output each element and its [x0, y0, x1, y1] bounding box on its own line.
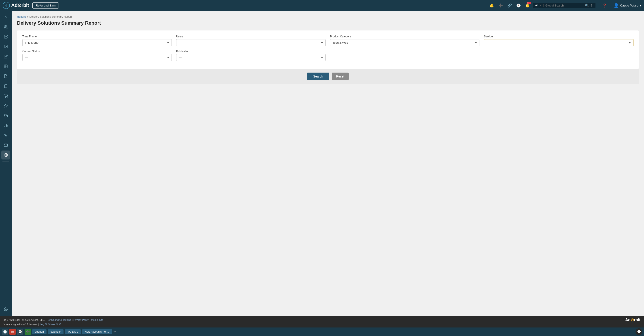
sidebar-item-email[interactable]: [1, 141, 10, 150]
footer-mobile-link[interactable]: Mobile Site: [91, 318, 103, 321]
footer-row-2: You are signed into 25 devices. | Log Al…: [4, 323, 640, 326]
sidebar-item-star[interactable]: [1, 101, 10, 110]
footer-privacy-link[interactable]: Privacy Policy: [73, 318, 88, 321]
global-search-input[interactable]: [546, 4, 584, 7]
svg-point-17: [5, 309, 6, 310]
publication-select[interactable]: —: [176, 54, 326, 61]
alerts-button[interactable]: 🔔 99+: [524, 2, 531, 9]
top-nav: ◎ Ad⊘rbit Refer and Earn 🔔 ➕ 🔗 🕐 🔔 99+ A…: [0, 0, 644, 11]
filter-row-2: Current Status — Publication —: [22, 50, 633, 61]
nav-divider: [598, 3, 598, 8]
sidebar-item-delivery[interactable]: [1, 121, 10, 130]
sidebar: ⌂ W: [0, 11, 12, 316]
svg-marker-12: [6, 125, 8, 126]
taskbar-tab-agenda[interactable]: agenda: [32, 329, 46, 334]
svg-point-14: [6, 126, 8, 127]
sidebar-item-clipboard[interactable]: [1, 82, 10, 90]
sidebar-item-word[interactable]: W: [1, 131, 10, 140]
taskbar-chat-bubble[interactable]: 💬: [636, 328, 642, 335]
publication-label: Publication: [176, 50, 326, 53]
taskbar: 🕐 ✉ 💬 ➕ agenda calendar TO-DO's New Acco…: [0, 327, 644, 336]
svg-point-0: [5, 25, 6, 27]
global-search-bar: All ▼ | 🔍 🎙: [533, 3, 596, 8]
taskbar-pencil-icon[interactable]: ✏: [114, 330, 116, 333]
user-avatar-icon: 👤: [614, 3, 619, 8]
sidebar-item-inbox[interactable]: [1, 111, 10, 120]
sidebar-item-contacts[interactable]: [1, 22, 10, 31]
sidebar-item-edit[interactable]: [1, 52, 10, 61]
nav-divider-2: [611, 3, 611, 8]
breadcrumb: Reports » Delivery Solutions Summary Rep…: [17, 15, 639, 18]
page-title: Delivery Solutions Summary Report: [17, 20, 639, 26]
publication-group: Publication —: [176, 50, 326, 61]
taskbar-chat-icon[interactable]: 💬: [17, 328, 23, 335]
search-scope-dropdown[interactable]: All: [535, 4, 538, 7]
empty-group-2: [484, 50, 633, 61]
taskbar-tab-new-accounts[interactable]: New Accounts Per ...: [82, 329, 112, 334]
users-label: Users: [176, 35, 326, 38]
alert-badge: 99+: [527, 2, 531, 4]
microphone-icon: 🎙: [590, 4, 593, 7]
footer-terms-link[interactable]: Terms and Conditions: [47, 318, 71, 321]
page-content: Reports » Delivery Solutions Summary Rep…: [12, 11, 644, 316]
notifications-bell-button[interactable]: 🔔: [488, 2, 495, 9]
filter-card: Time Frame This Month Users — Product Ca…: [17, 31, 639, 69]
search-icon: 🔍: [585, 4, 589, 7]
footer-qa-info: qa 67720 [1dd] | © 2023 Aysling, LLC. |: [4, 318, 46, 321]
history-button[interactable]: 🕐: [515, 2, 522, 9]
filter-row-1: Time Frame This Month Users — Product Ca…: [22, 35, 633, 46]
empty-group-1: [330, 50, 480, 61]
taskbar-mail-icon[interactable]: ✉: [10, 328, 16, 335]
svg-point-9: [7, 97, 8, 98]
reset-button[interactable]: Reset: [332, 73, 349, 80]
logo: ◎ Ad⊘rbit: [3, 2, 29, 9]
product-category-select[interactable]: Tech & Web: [330, 39, 480, 46]
current-status-select[interactable]: —: [22, 54, 172, 61]
logo-text: Ad⊘rbit: [11, 3, 29, 8]
svg-point-13: [4, 126, 5, 127]
taskbar-tab-todos[interactable]: TO-DO's: [65, 329, 81, 334]
footer-row-1: qa 67720 [1dd] | © 2023 Aysling, LLC. | …: [4, 317, 640, 322]
service-label: Service: [484, 35, 633, 38]
user-dropdown-icon: ▾: [640, 4, 641, 7]
sidebar-item-settings[interactable]: [1, 305, 10, 314]
footer-logo: Ad⊙rbit: [625, 317, 640, 322]
sidebar-item-cart[interactable]: [1, 91, 10, 100]
sidebar-item-analytics[interactable]: [1, 150, 10, 159]
svg-rect-7: [5, 84, 6, 85]
taskbar-clock-icon[interactable]: 🕐: [2, 328, 8, 335]
footer-signed-in: You are signed into 25 devices. |: [4, 323, 39, 326]
logo-icon: ◎: [3, 2, 10, 9]
footer-sep1: |: [72, 318, 72, 321]
product-category-label: Product Category: [330, 35, 480, 38]
taskbar-plus-icon[interactable]: ➕: [24, 328, 31, 335]
footer-sep2: |: [90, 318, 90, 321]
users-group: Users —: [176, 35, 326, 46]
sidebar-item-reports[interactable]: [1, 62, 10, 71]
svg-rect-3: [4, 65, 8, 68]
search-button[interactable]: Search: [307, 73, 330, 80]
footer: qa 67720 [1dd] | © 2023 Aysling, LLC. | …: [0, 316, 644, 327]
timeframe-label: Time Frame: [22, 35, 172, 38]
current-status-group: Current Status —: [22, 50, 172, 61]
service-select[interactable]: —: [484, 39, 633, 46]
link-button[interactable]: 🔗: [506, 2, 513, 9]
users-select[interactable]: —: [176, 39, 326, 46]
user-menu-button[interactable]: 👤 Cassie Pataro ▾: [614, 3, 641, 8]
help-button[interactable]: ❓: [601, 2, 608, 9]
breadcrumb-current: Delivery Solutions Summary Report: [29, 15, 72, 18]
refer-earn-button[interactable]: Refer and Earn: [32, 3, 59, 9]
footer-logout-link[interactable]: Log All Others Out?: [40, 323, 61, 326]
sidebar-item-documents[interactable]: [1, 72, 10, 81]
breadcrumb-reports-link[interactable]: Reports: [17, 15, 26, 18]
sidebar-item-handshake[interactable]: [1, 32, 10, 41]
timeframe-select[interactable]: This Month: [22, 39, 172, 46]
add-button[interactable]: ➕: [497, 2, 504, 9]
action-bar: Search Reset: [17, 69, 639, 84]
product-category-group: Product Category Tech & Web: [330, 35, 480, 46]
svg-rect-11: [4, 124, 6, 126]
sidebar-item-home[interactable]: ⌂: [1, 13, 10, 22]
timeframe-group: Time Frame This Month: [22, 35, 172, 46]
sidebar-item-media[interactable]: [1, 42, 10, 51]
taskbar-tab-calendar[interactable]: calendar: [48, 329, 64, 334]
